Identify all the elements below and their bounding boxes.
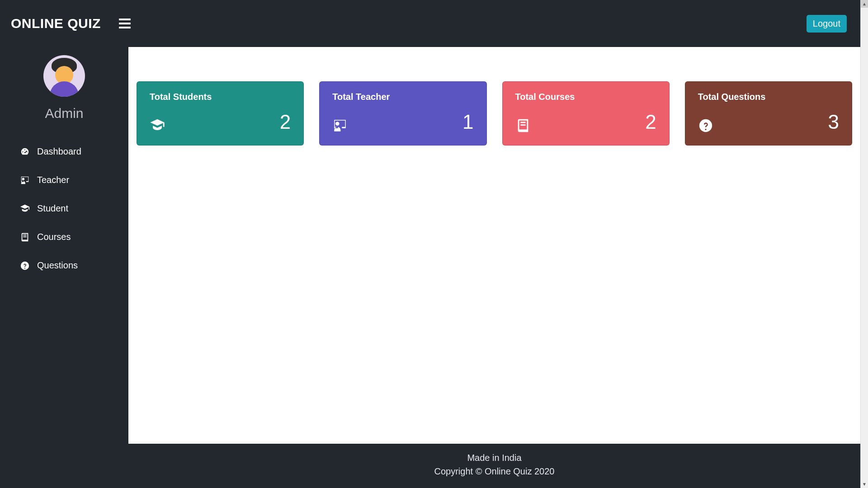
card-title: Total Teacher bbox=[332, 92, 473, 102]
question-circle-icon bbox=[698, 118, 713, 133]
menu-toggle-icon[interactable] bbox=[119, 19, 131, 28]
sidebar-nav: Dashboard Teacher Student bbox=[0, 137, 128, 280]
book-icon bbox=[515, 118, 531, 133]
sidebar-item-label: Questions bbox=[37, 260, 78, 271]
logout-button[interactable]: Logout bbox=[807, 15, 847, 33]
sidebar-item-label: Student bbox=[37, 203, 68, 214]
sidebar-item-dashboard[interactable]: Dashboard bbox=[0, 137, 128, 166]
chalkboard-teacher-icon bbox=[20, 175, 30, 185]
card-value: 1 bbox=[462, 111, 473, 133]
graduate-icon bbox=[20, 204, 30, 214]
footer-line-2: Copyright © Online Quiz 2020 bbox=[128, 465, 860, 478]
gauge-icon bbox=[20, 147, 30, 157]
sidebar-item-questions[interactable]: Questions bbox=[0, 251, 128, 280]
scroll-up-arrow-icon[interactable]: ▲ bbox=[861, 0, 868, 8]
card-total-courses[interactable]: Total Courses 2 bbox=[502, 81, 670, 145]
scroll-down-arrow-icon[interactable]: ▼ bbox=[861, 480, 868, 488]
scroll-track[interactable] bbox=[861, 8, 868, 480]
card-title: Total Students bbox=[150, 92, 291, 102]
card-total-students[interactable]: Total Students 2 bbox=[137, 81, 304, 145]
app-header: ONLINE QUIZ Logout bbox=[0, 0, 860, 47]
vertical-scrollbar[interactable]: ▲ ▼ bbox=[860, 0, 868, 488]
card-title: Total Courses bbox=[515, 92, 656, 102]
sidebar-item-courses[interactable]: Courses bbox=[0, 223, 128, 251]
sidebar-user-name: Admin bbox=[45, 106, 83, 121]
graduate-icon bbox=[150, 118, 165, 133]
footer: Made in India Copyright © Online Quiz 20… bbox=[128, 444, 860, 488]
brand-title: ONLINE QUIZ bbox=[11, 16, 101, 31]
chalkboard-teacher-icon bbox=[332, 118, 348, 133]
avatar bbox=[43, 55, 85, 97]
card-total-teacher[interactable]: Total Teacher 1 bbox=[319, 81, 486, 145]
sidebar-item-label: Courses bbox=[37, 232, 71, 242]
question-circle-icon bbox=[20, 261, 30, 271]
sidebar-item-label: Teacher bbox=[37, 175, 69, 185]
card-total-questions[interactable]: Total Questions 3 bbox=[685, 81, 852, 145]
sidebar-item-student[interactable]: Student bbox=[0, 194, 128, 223]
sidebar-item-label: Dashboard bbox=[37, 146, 81, 157]
footer-line-1: Made in India bbox=[128, 451, 860, 465]
card-title: Total Questions bbox=[698, 92, 839, 102]
sidebar-item-teacher[interactable]: Teacher bbox=[0, 166, 128, 194]
sidebar: Admin Dashboard Teacher bbox=[0, 47, 128, 488]
card-value: 2 bbox=[645, 111, 656, 133]
book-icon bbox=[20, 232, 30, 242]
card-value: 3 bbox=[828, 111, 839, 133]
main-content: Total Students 2 Total Teacher bbox=[128, 47, 860, 488]
stat-cards: Total Students 2 Total Teacher bbox=[137, 81, 852, 145]
card-value: 2 bbox=[280, 111, 291, 133]
